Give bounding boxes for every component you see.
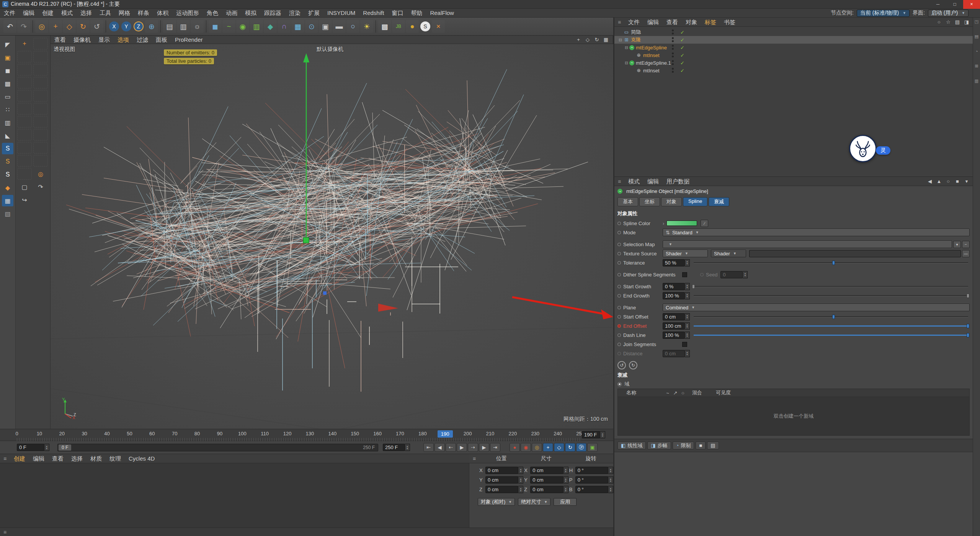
main-menu-item-4[interactable]: 选择: [77, 9, 96, 17]
rotate-icon[interactable]: ↻: [77, 20, 90, 33]
step-field-button[interactable]: ◨步幅: [647, 441, 671, 449]
seed-stepper[interactable]: ▲▼: [743, 271, 748, 278]
main-menu-item-11[interactable]: 动画: [222, 9, 241, 17]
mode-dropdown[interactable]: ⇅Standard▼: [663, 229, 970, 236]
dock-icon-5[interactable]: ▥: [975, 78, 978, 83]
animation-dot[interactable]: [617, 231, 621, 234]
visibility-dots[interactable]: [672, 68, 674, 73]
tolerance-input[interactable]: 50 %: [663, 259, 685, 266]
polygons-mode-icon[interactable]: ◣: [2, 130, 13, 141]
toggle-views-icon[interactable]: ▦: [601, 36, 611, 44]
timeline-tick-70[interactable]: 70: [167, 431, 182, 436]
expand-caret-icon[interactable]: ⊟: [624, 45, 629, 50]
object-row-2[interactable]: ⊟~mtEdgeSpline✓: [614, 44, 973, 51]
visibility-dots[interactable]: [672, 29, 674, 34]
object-row-4[interactable]: ⊟~mtEdgeSpline.1✓: [614, 59, 973, 67]
timeline-tick-200[interactable]: 200: [460, 431, 475, 436]
search-icon[interactable]: ○: [944, 178, 953, 185]
texture-source-dropdown[interactable]: Shader▼: [663, 250, 708, 257]
animation-dot[interactable]: [617, 222, 621, 225]
main-menu-item-8[interactable]: 体积: [153, 9, 172, 17]
xpresso-icon[interactable]: ▩: [378, 20, 391, 33]
arc-tool-icon[interactable]: ↪: [17, 194, 32, 206]
main-menu-item-15[interactable]: 扩展: [304, 9, 323, 17]
redo-icon[interactable]: ↷: [17, 20, 30, 33]
attribute-menu-item-0[interactable]: 模式: [624, 177, 644, 186]
material-menu-item-1[interactable]: 编辑: [29, 454, 48, 463]
animation-dot[interactable]: [617, 252, 621, 255]
size-mode-dropdown[interactable]: 绝对尺寸 ▼: [518, 498, 550, 506]
node-space-dropdown[interactable]: 当前 (标准/物理) ▼: [857, 10, 910, 17]
size-z-input[interactable]: 0 cm: [530, 486, 563, 493]
dash-line-slider[interactable]: [694, 332, 968, 338]
start-offset-input[interactable]: 0 cm: [663, 313, 685, 320]
plugin-coin-icon[interactable]: ●: [406, 20, 419, 33]
material-menu-item-3[interactable]: 选择: [67, 454, 87, 463]
apply-button[interactable]: 应用: [554, 498, 577, 506]
expand-caret-icon[interactable]: ⊟: [624, 60, 629, 65]
animation-dot[interactable]: [617, 294, 621, 297]
hamburger-icon[interactable]: ≡: [469, 456, 479, 462]
palette-slot-11[interactable]: [17, 116, 32, 127]
generator-icon[interactable]: ▥: [250, 20, 263, 33]
object-menu-item-5[interactable]: 书签: [720, 18, 739, 26]
size-z-stepper[interactable]: ▲▼: [564, 486, 568, 493]
enabled-check-icon[interactable]: ✓: [680, 29, 684, 35]
size-y-input[interactable]: 0 cm: [530, 476, 563, 484]
hamburger-icon[interactable]: ≡: [614, 178, 624, 185]
main-menu-item-18[interactable]: 窗口: [388, 9, 407, 17]
timeline-tick-90[interactable]: 90: [212, 431, 227, 436]
main-menu-item-2[interactable]: 创建: [38, 9, 57, 17]
selection-map-clear-button[interactable]: −: [962, 241, 970, 248]
zoom-view-icon[interactable]: ◇: [583, 36, 592, 44]
main-menu-item-16[interactable]: INSYDIUM: [323, 9, 359, 17]
light-icon[interactable]: ☀: [360, 20, 373, 33]
object-menu-item-2[interactable]: 查看: [663, 18, 682, 26]
selection-arrow-icon[interactable]: ◤: [2, 39, 13, 50]
live-selection-icon[interactable]: ◎: [35, 20, 48, 33]
material-menu-item-0[interactable]: 创建: [10, 454, 29, 463]
dash-line-input[interactable]: 100 %: [663, 332, 685, 339]
circle-icon[interactable]: ○: [679, 389, 687, 397]
play-button[interactable]: ▶: [457, 443, 467, 452]
animation-dot[interactable]: [617, 343, 621, 346]
spline-falloff-right-button[interactable]: ↻: [629, 361, 637, 369]
animation-dot[interactable]: [617, 324, 621, 328]
scale-icon[interactable]: ◇: [63, 20, 76, 33]
point-level-animation-button[interactable]: ▣: [587, 443, 598, 452]
lock-x-icon[interactable]: X: [109, 21, 119, 31]
palette-slot-2[interactable]: [33, 51, 48, 62]
start-offset-stepper[interactable]: ▲▼: [685, 313, 690, 320]
tab-对象[interactable]: 对象: [661, 197, 682, 206]
rotation-p-input[interactable]: 0 °: [575, 476, 608, 484]
object-menu-item-3[interactable]: 对象: [682, 18, 701, 26]
palette-slot-1[interactable]: [17, 51, 32, 62]
field-list-empty-area[interactable]: 双击创建一个新域: [618, 397, 969, 435]
timeline-tick-40[interactable]: 40: [100, 431, 115, 436]
lock-y-icon[interactable]: Y: [121, 21, 131, 31]
field-icon[interactable]: ⊙: [305, 20, 318, 33]
visibility-dots[interactable]: [672, 52, 674, 57]
end-growth-slider[interactable]: [694, 293, 968, 298]
end-offset-slider[interactable]: [694, 323, 968, 328]
lock-z-icon[interactable]: Z: [134, 21, 144, 31]
field-col-name[interactable]: 名称: [618, 389, 664, 396]
rotation-b-input[interactable]: 0 °: [575, 486, 608, 493]
timeline-tick-120[interactable]: 120: [280, 431, 295, 436]
linear-field-button[interactable]: ◧线性域: [617, 441, 646, 449]
viewport-menu-item-3[interactable]: 选项: [114, 36, 133, 44]
bookmark-star-icon[interactable]: ☆: [944, 18, 953, 26]
dither-spline-segments-checkbox[interactable]: [682, 272, 687, 277]
camera-icon[interactable]: ▣: [319, 20, 332, 33]
expand-caret-icon[interactable]: ⊟: [617, 38, 623, 42]
object-menu-item-4[interactable]: 标签: [701, 18, 720, 26]
record-position-button[interactable]: +: [543, 443, 553, 452]
limit-field-button[interactable]: ◔限制: [673, 441, 694, 449]
selection-map-dropdown[interactable]: ▼: [663, 240, 952, 248]
end-growth-stepper[interactable]: ▲▼: [685, 292, 690, 299]
current-frame-input[interactable]: 190 F: [582, 431, 600, 438]
palette-slot-9[interactable]: [17, 103, 32, 114]
timeline-tick-30[interactable]: 30: [77, 431, 92, 436]
main-menu-item-17[interactable]: Redshift: [359, 9, 388, 17]
hamburger-icon[interactable]: ≡: [0, 456, 10, 462]
